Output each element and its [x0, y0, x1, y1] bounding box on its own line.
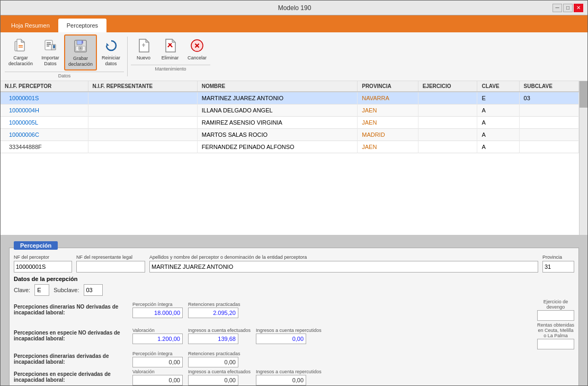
ingresos-efectuados-label-1: Ingresos a cuenta efectuados [188, 328, 251, 333]
grabar-declaracion-button[interactable]: Grabardeclaración [64, 34, 97, 71]
cell-nif-perceptor[interactable]: 10000004H [1, 104, 88, 116]
col-nombre: NOMBRE [197, 81, 358, 92]
nif-perceptor-field: NF del perceptor [14, 255, 72, 273]
subclave-input[interactable] [84, 284, 103, 296]
mantenimiento-buttons: Nuevo Eliminar [131, 34, 210, 64]
dinerarias-no-integra-input[interactable] [132, 308, 183, 318]
tab-perceptores[interactable]: Perceptores [58, 19, 106, 32]
table-scrollbar[interactable] [579, 81, 587, 235]
svg-marker-2 [21, 39, 24, 42]
especie-no-ingresos-efectuados-input[interactable] [188, 334, 238, 344]
table-row[interactable]: 10000005LRAMIREZ ASENSIO VIRGINIAJAENA [1, 116, 579, 128]
especie-no-valoracion-input[interactable] [132, 334, 183, 344]
apellidos-nombre-input[interactable] [149, 261, 538, 273]
window-controls: ─ □ ✕ [553, 4, 583, 12]
clave-input[interactable] [34, 284, 49, 296]
reiniciar-icon [103, 37, 120, 54]
window-title: Modelo 190 [37, 4, 553, 12]
perc-especie-no-label: Percepciones en especie NO derivadas de … [14, 330, 130, 341]
title-bar: Modelo 190 ─ □ ✕ [1, 1, 587, 15]
tab-hoja-resumen[interactable]: Hoja Resumen [3, 19, 58, 32]
cell-subclave [519, 141, 578, 153]
nif-representante-label: NF del representante legal [76, 255, 145, 260]
toolbar-group-mantenimiento: Nuevo Eliminar [131, 34, 210, 72]
table-row[interactable]: 10000004HILLANA DELGADO ANGELJAENA [1, 104, 579, 116]
cell-nif-representante [88, 92, 197, 104]
nif-representante-input[interactable] [76, 261, 145, 273]
ejercicio-devengo-label: Ejercicio dedevengo [537, 299, 574, 310]
nif-perceptor-label: NF del perceptor [14, 255, 72, 260]
importar-datos-button[interactable]: ImportarDatos [38, 34, 63, 71]
especie-si-ingresos-efectuados-input[interactable] [188, 375, 238, 385]
cargar-declaracion-button[interactable]: Cargardeclaración [5, 34, 37, 71]
cell-clave: E [477, 92, 519, 104]
cell-nombre: MARTOS SALAS ROCIO [197, 128, 358, 141]
svg-rect-11 [54, 46, 55, 48]
ejercicio-devengo-input[interactable] [537, 310, 574, 321]
cell-nif-representante [88, 116, 197, 128]
apellidos-nombre-label: Apellidos y nombre del perceptor o denom… [149, 255, 538, 260]
restore-button[interactable]: □ [563, 4, 573, 12]
cell-nif-perceptor[interactable]: 10000001S [1, 92, 88, 104]
nuevo-button[interactable]: Nuevo [131, 34, 156, 64]
cell-subclave [519, 104, 578, 116]
percepcion-box: Percepción NF del perceptor NF del repre… [9, 248, 579, 385]
col-nif-perceptor: N.I.F. PERCEPTOR [1, 81, 88, 92]
perc-especie-si-label: Percepciones en especie derivadas de inc… [14, 371, 130, 383]
ingresos-repercutidos-label-2: Ingresos a cuenta repercutidos [256, 369, 322, 374]
cell-clave: A [477, 104, 519, 116]
cell-clave: A [477, 128, 519, 141]
cancelar-label: Cancelar [188, 55, 207, 61]
cell-subclave [519, 116, 578, 128]
bottom-panel: Percepción NF del perceptor NF del repre… [1, 235, 587, 385]
reiniciar-datos-button[interactable]: Reiniciardatos [98, 34, 124, 71]
datos-buttons: Cargardeclaración I [5, 34, 124, 71]
nuevo-icon [135, 37, 152, 54]
nif-perceptor-input[interactable] [14, 261, 72, 273]
perc-dinerarias-si-label: Percepciones dinerarias derivadas de inc… [14, 353, 130, 365]
svg-rect-8 [47, 46, 49, 47]
svg-marker-20 [146, 39, 149, 42]
percepcion-title: Percepción [14, 241, 58, 250]
col-provincia: PROVINCIA [358, 81, 418, 92]
table-wrapper: N.I.F. PERCEPTOR N.I.F. REPRESENTANTE NO… [1, 81, 587, 235]
dinerarias-no-retenciones-input[interactable] [188, 308, 238, 318]
table-row[interactable]: 333444888FFERNANDEZ PEINADO ALFONSOJAENA [1, 141, 579, 153]
subclave-label-text: Subclave: [54, 287, 79, 293]
cancelar-button[interactable]: Cancelar [184, 34, 210, 64]
dinerarias-si-retenciones-input[interactable] [188, 357, 238, 367]
especie-si-valoracion-input[interactable] [132, 375, 183, 385]
cell-nombre: MARTINEZ JUAREZ ANTONIO [197, 92, 358, 104]
eliminar-icon [162, 37, 179, 54]
table-row[interactable]: 10000006CMARTOS SALAS ROCIOMADRIDA [1, 128, 579, 141]
svg-point-17 [79, 47, 82, 49]
retenciones-practicadas-label-1: Retenciones practicadas [188, 302, 240, 307]
eliminar-label: Eliminar [162, 55, 179, 61]
nif-representante-field: NF del representante legal [76, 255, 145, 273]
retenciones-practicadas-label-2: Retenciones practicadas [188, 351, 240, 356]
toolbar: Cargardeclaración I [1, 32, 587, 81]
table-scroll[interactable]: N.I.F. PERCEPTOR N.I.F. REPRESENTANTE NO… [1, 81, 579, 235]
table-row[interactable]: 10000001SMARTINEZ JUAREZ ANTONIONAVARRAE… [1, 92, 579, 104]
cell-ejercicio [418, 128, 477, 141]
cell-clave: A [477, 141, 519, 153]
dinerarias-si-integra-input[interactable] [132, 357, 183, 367]
especie-si-ingresos-repercutidos-input[interactable] [256, 375, 306, 385]
cell-nombre: RAMIREZ ASENSIO VIRGINIA [197, 116, 358, 128]
especie-no-ingresos-repercutidos-input[interactable] [256, 334, 306, 344]
eliminar-button[interactable]: Eliminar [157, 34, 183, 64]
minimize-button[interactable]: ─ [553, 4, 562, 12]
datos-group-label: Datos [5, 72, 124, 78]
cell-nombre: FERNANDEZ PEINADO ALFONSO [197, 141, 358, 153]
cell-nif-perceptor[interactable]: 10000005L [1, 116, 88, 128]
close-button[interactable]: ✕ [574, 4, 583, 12]
svg-rect-14 [82, 41, 83, 43]
cell-nif-perceptor[interactable]: 10000006C [1, 128, 88, 141]
cell-nif-perceptor[interactable]: 333444888F [1, 141, 88, 153]
provincia-input[interactable] [542, 261, 574, 273]
cell-subclave: 03 [519, 92, 578, 104]
col-nif-representante: N.I.F. REPRESENTANTE [88, 81, 197, 92]
clave-label-text: Clave: [14, 287, 30, 293]
cell-provincia: JAEN [358, 104, 418, 116]
rentas-ceuta-input[interactable] [537, 339, 574, 349]
